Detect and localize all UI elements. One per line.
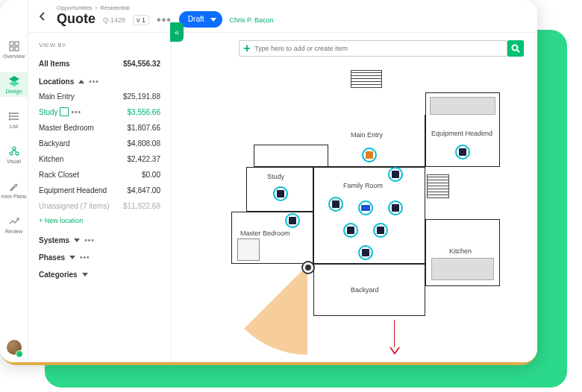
svg-point-17	[513, 45, 518, 51]
section-systems[interactable]: Systems•••	[39, 230, 160, 247]
author-link[interactable]: Chris P. Bacon	[230, 16, 274, 24]
systems-menu[interactable]: •••	[84, 236, 95, 244]
svg-line-16	[14, 150, 16, 152]
label-kitchen: Kitchen	[449, 247, 472, 255]
svg-marker-5	[9, 80, 19, 86]
loc-rack-closet[interactable]: Rack Closet$0.00	[39, 167, 160, 183]
bed-icon	[237, 238, 260, 261]
annotation-caption: Landscape speakers not shown	[313, 361, 439, 362]
collapse-sidebar-button[interactable]: «	[170, 33, 184, 42]
chevron-down-icon	[82, 273, 88, 276]
counter	[430, 97, 495, 115]
locations-menu[interactable]: •••	[89, 78, 99, 86]
more-menu[interactable]: •••	[157, 13, 172, 27]
add-item-search[interactable]: +	[239, 40, 507, 57]
floorplan[interactable]: Equipment Headend Main Entry Study Famil…	[231, 70, 507, 353]
svg-point-11	[9, 118, 10, 120]
chevron-up-icon	[78, 80, 84, 83]
stairs-right-icon	[427, 174, 449, 198]
breadcrumb-l1[interactable]: Opportunities	[57, 4, 93, 11]
svg-point-13	[10, 152, 13, 155]
loc-kitchen[interactable]: Kitchen$2,422.37	[39, 151, 160, 167]
arrow-down-icon	[389, 347, 400, 355]
rail-visual[interactable]: Visual	[0, 142, 28, 167]
device-fr-3[interactable]	[388, 200, 403, 215]
section-categories[interactable]: Categories	[39, 265, 160, 282]
device-master[interactable]	[285, 213, 300, 228]
rail-review[interactable]: Review	[0, 212, 28, 237]
device-fr-4[interactable]	[343, 223, 358, 238]
loc-study[interactable]: Study••• $3,556.66	[39, 104, 160, 120]
label-master-bedroom: Master Bedroom	[240, 230, 290, 237]
page-title: Quote	[57, 11, 96, 27]
rail-service-plans[interactable]: rvice Plans	[0, 177, 28, 202]
label-backyard: Backyard	[351, 286, 379, 294]
section-phases[interactable]: Phases•••	[39, 247, 160, 265]
device-fr-6[interactable]	[358, 245, 373, 260]
status-dropdown[interactable]: Draft	[179, 11, 222, 28]
loc-master-bedroom[interactable]: Master Bedroom$1,807.66	[39, 120, 160, 136]
loc-main-entry[interactable]: Main Entry$25,191.88	[39, 89, 160, 104]
chevron-left-double-icon: «	[175, 33, 179, 37]
back-button[interactable]	[36, 10, 49, 23]
svg-line-18	[517, 50, 519, 52]
label-equipment-headend: Equipment Headend	[431, 130, 492, 137]
svg-point-10	[9, 116, 10, 117]
all-items-row[interactable]: All Items $54,556.32	[39, 56, 160, 72]
left-rail: Overview Design List Visual rvice Plans …	[0, 0, 28, 362]
device-fr-5[interactable]	[373, 223, 388, 238]
main-area: Opportunities › Residential Quote Q-1428…	[28, 0, 537, 362]
breadcrumb-l2[interactable]: Residential	[100, 4, 130, 11]
svg-point-9	[9, 113, 10, 114]
status-dot-icon	[16, 350, 23, 358]
loc-unassigned[interactable]: Unassigned (7 items)$11,922.68	[39, 198, 160, 214]
chevron-down-icon	[69, 256, 75, 259]
chevron-down-icon	[74, 238, 80, 242]
device-equipment[interactable]	[455, 145, 470, 159]
room-hall	[254, 145, 328, 167]
search-input[interactable]	[254, 45, 507, 52]
app-window: Overview Design List Visual rvice Plans …	[0, 0, 537, 362]
top-bar: Opportunities › Residential Quote Q-1428…	[28, 0, 537, 33]
viewby-label: VIEW BY	[39, 42, 160, 48]
breadcrumb: Opportunities › Residential	[57, 4, 130, 11]
phases-menu[interactable]: •••	[80, 253, 90, 262]
label-study: Study	[267, 173, 284, 180]
motion-sensor-icon[interactable]	[301, 261, 315, 274]
rail-design[interactable]: Design	[0, 72, 28, 97]
svg-rect-2	[10, 47, 13, 51]
floorplan-canvas[interactable]: + Equipment Headend	[172, 33, 537, 362]
new-location-link[interactable]: + New location	[39, 214, 160, 230]
copy-icon[interactable]	[61, 109, 69, 116]
study-menu[interactable]: •••	[72, 108, 82, 116]
kitchen-island	[431, 258, 494, 280]
rail-overview[interactable]: Overview	[0, 37, 28, 62]
svg-rect-0	[10, 42, 13, 45]
annotation-arrow-icon	[394, 320, 395, 350]
plus-icon: +	[240, 42, 254, 55]
svg-point-12	[13, 147, 16, 150]
device-fr-1[interactable]	[388, 167, 403, 182]
device-main-entry[interactable]	[362, 148, 377, 162]
grid-icon	[8, 40, 20, 52]
layers-icon	[8, 75, 20, 87]
version-label[interactable]: v 1	[133, 15, 149, 25]
label-main-entry: Main Entry	[351, 131, 383, 139]
search-button[interactable]	[507, 40, 524, 57]
rail-list[interactable]: List	[0, 107, 28, 132]
loc-backyard[interactable]: Backyard$4,808.08	[39, 136, 160, 151]
device-study[interactable]	[273, 186, 288, 201]
room-main-entry[interactable]	[328, 115, 425, 167]
sensor-coverage-icon	[218, 265, 307, 355]
list-icon	[8, 110, 20, 122]
loc-equipment-headend[interactable]: Equipment Headend$4,847.00	[39, 183, 160, 198]
section-locations[interactable]: Locations •••	[39, 72, 160, 89]
svg-line-15	[12, 150, 14, 152]
label-family-room: Family Room	[343, 182, 383, 189]
wrench-icon	[8, 180, 20, 192]
view-sidebar: VIEW BY All Items $54,556.32 Locations •…	[28, 33, 172, 362]
device-tv[interactable]	[358, 200, 373, 215]
device-fr-2[interactable]	[328, 197, 343, 212]
svg-rect-1	[15, 42, 19, 45]
svg-rect-3	[15, 47, 19, 51]
